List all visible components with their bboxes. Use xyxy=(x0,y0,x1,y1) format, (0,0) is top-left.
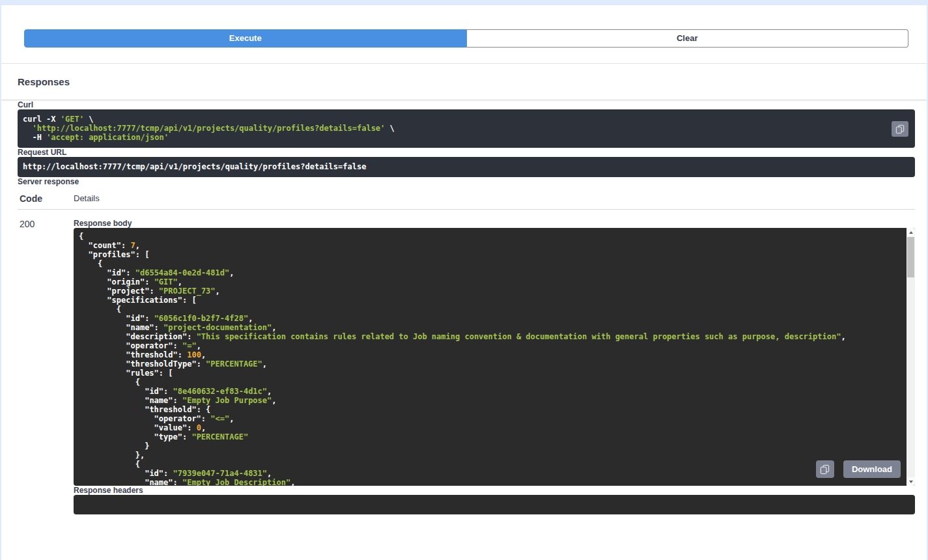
responses-title: Responses xyxy=(18,76,70,87)
request-url-value: http://localhost:7777/tcmp/api/v1/projec… xyxy=(23,162,910,171)
curl-command-block: curl -X 'GET' \ 'http://localhost:7777/t… xyxy=(18,109,915,148)
clipboard-icon xyxy=(820,464,830,474)
clear-button[interactable]: Clear xyxy=(467,29,909,48)
response-body-scrollbar[interactable] xyxy=(907,228,915,486)
response-row: 200 Response body { "count": 7, "profile… xyxy=(18,210,915,514)
response-headers-block xyxy=(74,495,915,514)
response-headers-label: Response headers xyxy=(74,486,915,495)
curl-code: curl -X 'GET' \ 'http://localhost:7777/t… xyxy=(23,115,885,142)
execute-button[interactable]: Execute xyxy=(24,29,467,48)
scroll-down-arrow-icon[interactable] xyxy=(907,477,915,486)
scrollbar-thumb[interactable] xyxy=(907,237,914,277)
scroll-up-arrow-icon[interactable] xyxy=(907,228,915,236)
copy-response-button[interactable] xyxy=(816,460,834,478)
details-column-header: Details xyxy=(74,193,915,204)
server-response-label: Server response xyxy=(18,177,915,186)
request-url-block: http://localhost:7777/tcmp/api/v1/projec… xyxy=(18,157,915,177)
responses-section-header: Responses xyxy=(1,63,927,100)
responses-body: Curl curl -X 'GET' \ 'http://localhost:7… xyxy=(1,100,927,514)
copy-curl-button[interactable] xyxy=(892,121,908,137)
response-body-code: { "count": 7, "profiles": [ { "id": "d65… xyxy=(79,232,905,486)
operation-panel: Execute Clear Responses Curl curl -X 'GE… xyxy=(1,5,927,560)
response-body-controls: Download xyxy=(816,460,901,478)
request-url-label: Request URL xyxy=(18,148,915,157)
curl-label: Curl xyxy=(18,100,915,109)
execute-button-group: Execute Clear xyxy=(1,5,927,63)
response-body-block: { "count": 7, "profiles": [ { "id": "d65… xyxy=(74,228,915,486)
response-body-label: Response body xyxy=(74,219,915,228)
response-table-header: Code Details xyxy=(18,186,915,210)
clipboard-icon xyxy=(895,124,905,133)
status-code: 200 xyxy=(18,219,74,514)
download-button[interactable]: Download xyxy=(843,460,901,478)
code-column-header: Code xyxy=(18,193,74,204)
